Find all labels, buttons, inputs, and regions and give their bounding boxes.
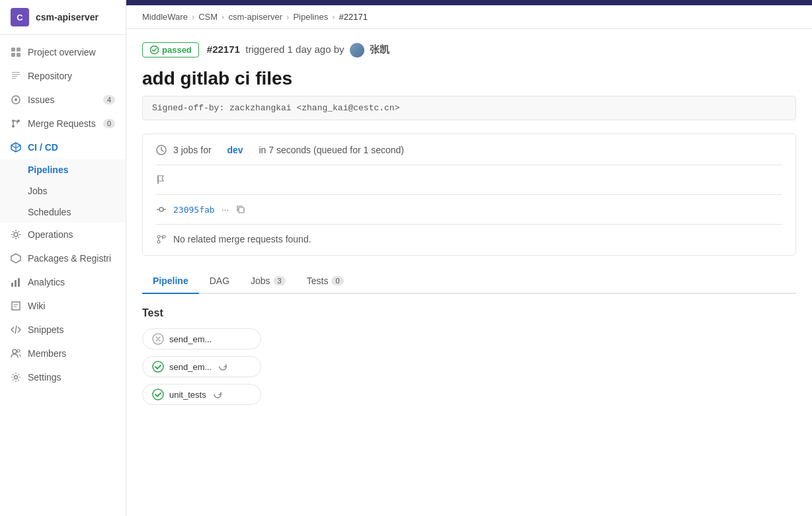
- sidebar-item-label: Operations: [28, 229, 73, 240]
- commit-hash-row: 23095fab ···: [156, 204, 782, 215]
- project-name: csm-apiserver: [36, 12, 99, 22]
- flag-row: [156, 174, 782, 185]
- svg-rect-12: [18, 278, 20, 287]
- section-title: Test: [142, 307, 796, 319]
- sidebar: C csm-apiserver Project overview: [0, 0, 126, 516]
- sidebar-item-packages[interactable]: Packages & Registri: [0, 246, 126, 270]
- tab-dag[interactable]: DAG: [199, 269, 240, 294]
- wiki-icon: [11, 301, 21, 311]
- analytics-icon: [11, 277, 21, 287]
- breadcrumb-csm[interactable]: CSM: [198, 12, 218, 22]
- pkg-icon: [11, 253, 21, 264]
- sidebar-item-repository[interactable]: Repository: [0, 64, 126, 88]
- svg-rect-19: [239, 207, 244, 213]
- svg-point-5: [15, 98, 17, 101]
- cicd-submenu: Pipelines Jobs Schedules: [0, 159, 126, 223]
- sidebar-item-label: Members: [28, 348, 66, 359]
- clock-icon: [156, 145, 167, 155]
- project-avatar: C: [11, 8, 29, 26]
- sidebar-item-cicd[interactable]: CI / CD: [0, 135, 126, 159]
- commit-signature: Signed-off-by: zackzhangkai <zhang_kai@c…: [142, 96, 796, 120]
- breadcrumb: MiddleWare › CSM › csm-apiserver › Pipel…: [126, 5, 812, 29]
- svg-rect-2: [11, 53, 15, 57]
- job-item-1[interactable]: send_em...: [142, 328, 261, 350]
- svg-point-15: [15, 376, 18, 379]
- job-pending-icon: [152, 333, 164, 345]
- sidebar-item-settings[interactable]: Settings: [0, 365, 126, 389]
- pipeline-title: #22171 triggered 1 day ago by 张凯: [207, 43, 389, 57]
- job-label-1: send_em...: [169, 334, 212, 344]
- pipelines-label: Pipelines: [28, 165, 68, 175]
- branch-link[interactable]: dev: [227, 145, 243, 155]
- user-name: 张凯: [370, 43, 389, 54]
- sidebar-item-label: Settings: [28, 372, 61, 383]
- sidebar-item-pipelines[interactable]: Pipelines: [0, 159, 126, 180]
- ops-icon: [11, 229, 21, 240]
- repo-icon: [11, 71, 21, 81]
- cicd-icon: [11, 142, 21, 153]
- sidebar-header: C csm-apiserver: [0, 0, 126, 35]
- sidebar-item-merge-requests[interactable]: Merge Requests 0: [0, 112, 126, 135]
- breadcrumb-project[interactable]: csm-apiserver: [228, 12, 282, 22]
- divider-2: [156, 194, 782, 195]
- job-passed-icon-2: [152, 361, 164, 373]
- no-mr-row: No related merge requests found.: [156, 234, 782, 244]
- retry-icon-3[interactable]: [212, 388, 223, 400]
- job-passed-icon-3: [152, 388, 164, 400]
- tab-pipeline[interactable]: Pipeline: [142, 269, 199, 294]
- passed-icon: [149, 46, 159, 55]
- status-label: passed: [162, 45, 192, 55]
- sidebar-item-jobs[interactable]: Jobs: [0, 180, 126, 202]
- merge-icon: [11, 118, 21, 129]
- job-item-2[interactable]: send_em...: [142, 356, 261, 377]
- sidebar-item-project-overview[interactable]: Project overview: [0, 40, 126, 64]
- sidebar-item-operations[interactable]: Operations: [0, 223, 126, 246]
- tab-tests[interactable]: Tests 0: [296, 269, 354, 294]
- jobs-info-row: 3 jobs for dev in 7 seconds (queued for …: [156, 145, 782, 155]
- pipeline-tabs: Pipeline DAG Jobs 3 Tests 0: [142, 269, 796, 294]
- sidebar-item-members[interactable]: Members: [0, 342, 126, 365]
- sidebar-item-issues[interactable]: Issues 4: [0, 88, 126, 112]
- breadcrumb-pipelines[interactable]: Pipelines: [293, 12, 328, 22]
- pipeline-number: #22171: [207, 43, 240, 54]
- sidebar-item-label: Merge Requests: [28, 118, 96, 129]
- svg-rect-11: [15, 280, 17, 287]
- svg-point-21: [157, 240, 160, 243]
- sidebar-item-label: Packages & Registri: [28, 253, 111, 264]
- svg-point-20: [157, 235, 160, 238]
- divider-1: [156, 165, 782, 165]
- breadcrumb-middleware[interactable]: MiddleWare: [142, 12, 188, 22]
- project-icon: [11, 47, 21, 57]
- svg-rect-3: [17, 53, 20, 57]
- issues-badge: 4: [103, 95, 115, 104]
- jobs-count-badge: 3: [274, 276, 286, 285]
- tests-count-badge: 0: [331, 276, 343, 285]
- mr-icon: [156, 234, 167, 244]
- jobs-text: 3 jobs for: [173, 145, 212, 155]
- svg-rect-10: [11, 283, 13, 287]
- sidebar-item-wiki[interactable]: Wiki: [0, 294, 126, 318]
- svg-point-18: [159, 207, 163, 211]
- sidebar-item-schedules[interactable]: Schedules: [0, 202, 126, 223]
- retry-icon-2[interactable]: [217, 361, 229, 373]
- svg-rect-0: [11, 48, 15, 52]
- job-item-3[interactable]: unit_tests: [142, 384, 261, 405]
- settings-icon: [11, 372, 21, 383]
- commit-ellipsis: ···: [222, 204, 229, 215]
- svg-point-25: [153, 389, 163, 400]
- sidebar-item-label: CI / CD: [28, 142, 58, 153]
- copy-icon[interactable]: [235, 204, 246, 215]
- issues-icon: [11, 94, 21, 105]
- sidebar-item-snippets[interactable]: Snippets: [0, 318, 126, 342]
- breadcrumb-sep-1: ›: [192, 12, 194, 22]
- tab-jobs[interactable]: Jobs 3: [240, 269, 296, 294]
- flag-icon: [156, 174, 167, 185]
- sidebar-item-analytics[interactable]: Analytics: [0, 270, 126, 294]
- commit-hash-link[interactable]: 23095fab: [173, 205, 215, 215]
- sidebar-item-label: Repository: [28, 71, 72, 81]
- svg-point-7: [12, 125, 15, 128]
- timing-text: in 7 seconds (queued for 1 second): [259, 145, 404, 155]
- svg-point-6: [12, 120, 15, 122]
- svg-rect-1: [17, 48, 20, 52]
- divider-3: [156, 224, 782, 225]
